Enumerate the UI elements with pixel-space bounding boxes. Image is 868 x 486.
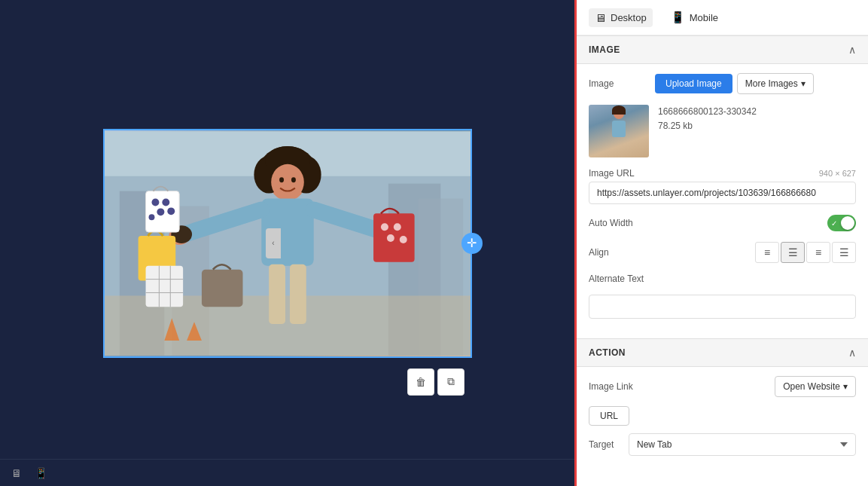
url-field-row: Image URL 940 × 627 [589, 168, 856, 204]
svg-rect-22 [269, 264, 285, 323]
view-toggle: 🖥 Desktop 📱 Mobile [577, 0, 868, 35]
open-website-button[interactable]: Open Website ▾ [775, 376, 856, 397]
url-label-row: Image URL 940 × 627 [589, 168, 856, 179]
svg-point-38 [380, 223, 388, 231]
mobile-label: Mobile [690, 12, 718, 23]
open-website-label: Open Website [783, 381, 840, 392]
image-controls: Upload Image More Images ▾ [655, 73, 856, 94]
more-images-chevron: ▾ [801, 78, 806, 89]
alt-text-label: Alternate Text [589, 274, 649, 284]
image-link-label: Image Link [589, 381, 649, 392]
svg-point-26 [151, 198, 159, 206]
align-justify-icon: ☰ [839, 246, 849, 258]
svg-rect-31 [201, 269, 242, 307]
desktop-icon: 🖥 [595, 11, 606, 24]
action-panel-content: Image Link Open Website ▾ URL Target New… [577, 367, 868, 465]
desktop-label: Desktop [611, 12, 647, 23]
image-panel-content: Image Upload Image More Images ▾ [577, 64, 868, 338]
upload-image-button[interactable]: Upload Image [655, 74, 732, 93]
align-left-button[interactable]: ≡ [755, 242, 779, 263]
more-images-label: More Images [745, 78, 798, 89]
image-label: Image [589, 78, 649, 89]
auto-width-toggle[interactable]: ✓ [827, 215, 856, 231]
svg-point-29 [167, 207, 175, 215]
image-info: 1668666800123-330342 78.25 kb [658, 105, 757, 133]
url-input[interactable] [589, 182, 856, 204]
image-filesize: 78.25 kb [658, 119, 757, 133]
auto-width-row: Auto Width ✓ [589, 215, 856, 231]
alt-text-row: Alternate Text [589, 274, 856, 319]
url-dimensions: 940 × 627 [819, 169, 856, 178]
svg-point-12 [271, 164, 304, 200]
align-row: Align ≡ ☰ ≡ ☰ [589, 242, 856, 263]
align-center-icon: ☰ [788, 246, 798, 258]
svg-point-39 [393, 223, 400, 231]
align-justify-button[interactable]: ☰ [832, 242, 856, 263]
toggle-check-icon: ✓ [831, 219, 837, 228]
mobile-view-icon[interactable]: 📱 [33, 466, 48, 481]
alt-text-input[interactable] [589, 295, 856, 319]
duplicate-button[interactable]: ⧉ [437, 368, 464, 396]
canvas-inner: ✛ 🗑 ⧉ [0, 0, 574, 486]
shopping-image-display [105, 130, 471, 356]
image-link-row: Image Link Open Website ▾ [589, 376, 856, 397]
image-thumbnail [589, 105, 649, 157]
svg-point-40 [386, 234, 394, 242]
svg-rect-23 [289, 264, 306, 323]
align-left-icon: ≡ [764, 246, 770, 258]
desktop-view-icon[interactable]: 🖥 [9, 466, 24, 481]
image-section-title: IMAGE [589, 44, 620, 55]
align-label: Align [589, 247, 649, 258]
svg-point-14 [291, 177, 295, 182]
toggle-knob [841, 216, 854, 230]
auto-width-label: Auto Width [589, 218, 649, 228]
svg-point-27 [162, 198, 169, 206]
target-label: Target [589, 439, 623, 450]
url-tag-button[interactable]: URL [589, 406, 629, 426]
canvas-area: ✛ 🗑 ⧉ ‹ 🖥 📱 [0, 0, 574, 486]
mobile-icon: 📱 [671, 11, 685, 24]
mobile-view-button[interactable]: 📱 Mobile [665, 8, 724, 27]
align-buttons: ≡ ☰ ≡ ☰ [755, 242, 856, 263]
align-right-icon: ≡ [815, 246, 821, 258]
svg-rect-32 [145, 265, 183, 307]
svg-point-30 [148, 214, 154, 220]
image-preview-row: 1668666800123-330342 78.25 kb [589, 105, 856, 157]
thumb-figure [608, 109, 630, 150]
image-filename: 1668666800123-330342 [658, 105, 757, 119]
svg-point-13 [279, 177, 284, 182]
target-select[interactable]: New Tab Same Tab Popup [629, 433, 856, 456]
action-section-header: ACTION ∧ [577, 338, 868, 367]
bottom-bar: 🖥 📱 [0, 459, 574, 486]
image-section-header: IMAGE ∧ [577, 35, 868, 64]
open-website-chevron: ▾ [843, 381, 848, 392]
image-field-row: Image Upload Image More Images ▾ [589, 73, 856, 94]
drag-handle[interactable]: ✛ [461, 233, 483, 254]
image-section-collapse[interactable]: ∧ [848, 44, 856, 56]
desktop-view-button[interactable]: 🖥 Desktop [589, 8, 653, 27]
panel-collapse-tab[interactable]: ‹ [266, 228, 281, 258]
block-actions: 🗑 ⧉ [407, 368, 464, 396]
url-label: Image URL [589, 168, 649, 179]
more-images-button[interactable]: More Images ▾ [737, 73, 814, 94]
svg-point-28 [157, 208, 164, 215]
action-section-title: ACTION [589, 347, 626, 358]
target-row: Target New Tab Same Tab Popup [589, 433, 856, 456]
delete-button[interactable]: 🗑 [407, 368, 434, 396]
svg-point-41 [399, 236, 407, 243]
right-panel: 🖥 Desktop 📱 Mobile IMAGE ∧ Image Upload … [574, 0, 868, 486]
action-section-collapse[interactable]: ∧ [848, 347, 856, 359]
align-center-button[interactable]: ☰ [781, 242, 805, 263]
image-block[interactable]: ✛ [103, 129, 472, 358]
align-right-button[interactable]: ≡ [806, 242, 830, 263]
